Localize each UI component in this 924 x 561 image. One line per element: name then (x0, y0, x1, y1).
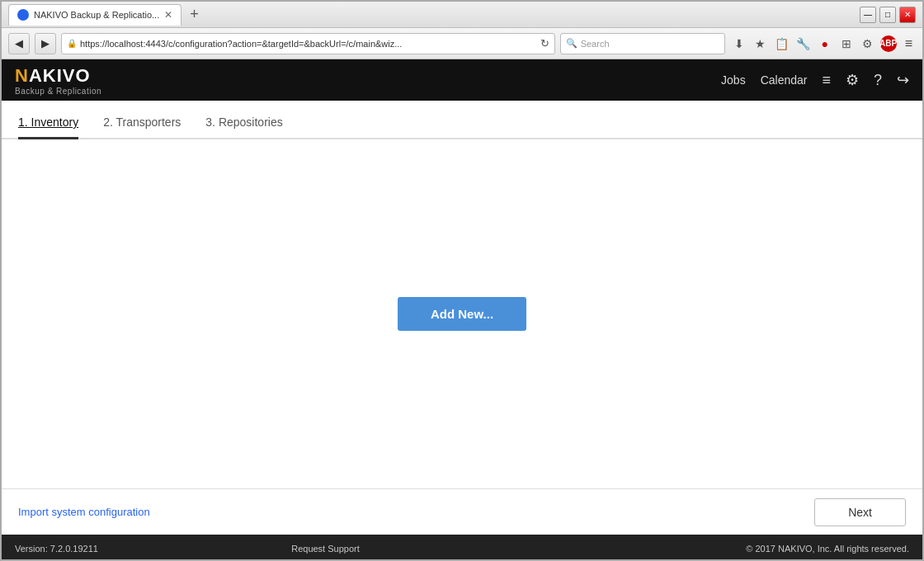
search-placeholder: Search (581, 39, 610, 49)
opera-icon[interactable]: ● (816, 35, 834, 53)
footer-version: Version: 7.2.0.19211 (15, 544, 98, 554)
close-button[interactable]: ✕ (899, 7, 916, 23)
logo-subtitle: Backup & Replication (15, 87, 101, 96)
extensions-icon[interactable]: ⚙ (859, 35, 877, 53)
window-controls: — □ ✕ (860, 7, 916, 23)
refresh-button[interactable]: ↻ (540, 37, 549, 50)
settings-icon[interactable]: ⚙ (846, 71, 859, 89)
main-content: 1. Inventory 2. Transporters 3. Reposito… (2, 101, 922, 535)
history-icon[interactable]: ⊞ (837, 35, 856, 53)
tab-title: NAKIVO Backup & Replicatio... (34, 10, 159, 20)
nakivo-logo: NNAKIVOAKIVO Backup & Replication (15, 65, 101, 96)
bottom-bar: Import system configuration Next (2, 488, 922, 535)
adblock-icon[interactable]: ABP (880, 35, 897, 52)
wizard-tabs: 1. Inventory 2. Transporters 3. Reposito… (2, 101, 922, 139)
bookmark-icon[interactable]: ★ (752, 35, 770, 53)
address-bar[interactable]: 🔒 https://localhost:4443/c/configuration… (61, 33, 555, 54)
logo-name: NNAKIVOAKIVO (15, 65, 101, 87)
app-header: NNAKIVOAKIVO Backup & Replication Jobs C… (2, 59, 922, 101)
list-icon[interactable]: ≡ (822, 72, 831, 89)
download-icon[interactable]: ⬇ (730, 35, 748, 53)
logo-n-letter: N (15, 65, 29, 86)
tab-close-button[interactable]: ✕ (164, 9, 172, 21)
footer-copyright: © 2017 NAKIVO, Inc. All rights reserved. (746, 544, 909, 554)
tab-favicon (17, 9, 29, 21)
tab-transporters[interactable]: 2. Transporters (103, 111, 181, 139)
tools-icon[interactable]: 🔧 (794, 35, 813, 53)
header-nav: Jobs Calendar ≡ ⚙ ? ↪ (721, 71, 909, 89)
back-button[interactable]: ◀ (8, 33, 30, 54)
add-new-button[interactable]: Add New... (398, 297, 526, 331)
next-button[interactable]: Next (814, 498, 906, 526)
maximize-button[interactable]: □ (879, 7, 896, 23)
content-area: Add New... (2, 139, 922, 488)
browser-search-bar[interactable]: 🔍 Search (560, 33, 725, 54)
browser-tab[interactable]: NAKIVO Backup & Replicatio... ✕ (8, 4, 182, 26)
lock-icon: 🔒 (67, 39, 77, 48)
help-icon[interactable]: ? (874, 72, 882, 89)
app-footer: Version: 7.2.0.19211 Request Support © 2… (2, 535, 922, 561)
search-icon: 🔍 (566, 38, 578, 49)
new-tab-button[interactable]: + (186, 6, 202, 23)
browser-titlebar: NAKIVO Backup & Replicatio... ✕ + — □ ✕ (2, 2, 922, 28)
browser-menu-icon[interactable]: ≡ (902, 35, 916, 53)
logo-text: AKIVO (29, 65, 91, 86)
toolbar-icons: ⬇ ★ 📋 🔧 ● ⊞ ⚙ ABP (730, 35, 897, 53)
footer-support[interactable]: Request Support (291, 544, 360, 554)
forward-button[interactable]: ▶ (35, 33, 56, 54)
minimize-button[interactable]: — (860, 7, 876, 23)
jobs-nav-item[interactable]: Jobs (721, 73, 746, 87)
calendar-nav-item[interactable]: Calendar (761, 73, 808, 87)
tab-repositories[interactable]: 3. Repositories (205, 111, 282, 139)
app-container: NNAKIVOAKIVO Backup & Replication Jobs C… (2, 59, 922, 561)
import-config-link[interactable]: Import system configuration (18, 506, 150, 518)
bookmarks-icon[interactable]: 📋 (773, 35, 791, 53)
logout-icon[interactable]: ↪ (897, 71, 909, 89)
tab-inventory[interactable]: 1. Inventory (18, 111, 78, 139)
browser-toolbar: ◀ ▶ 🔒 https://localhost:4443/c/configura… (2, 28, 922, 59)
url-text: https://localhost:4443/c/configuration?a… (80, 39, 537, 49)
